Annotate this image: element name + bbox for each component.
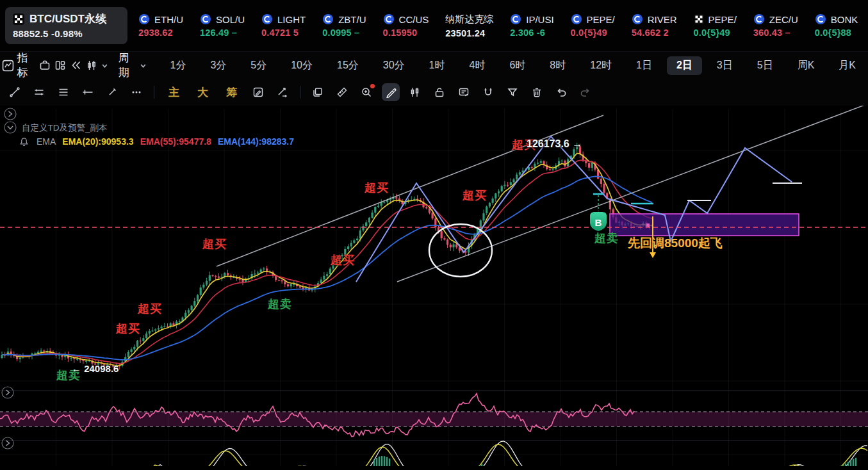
- ticker-symbol: 纳斯达克综: [445, 13, 493, 26]
- note-icon[interactable]: [455, 83, 473, 101]
- parallel-lines-tool-icon[interactable]: [30, 83, 48, 101]
- horizontal-ray-tool-icon[interactable]: [79, 83, 97, 101]
- ticker-item[interactable]: ETH/U2938.62: [130, 13, 192, 38]
- timeframe-1分[interactable]: 1分: [161, 56, 196, 75]
- timeframe-15分[interactable]: 15分: [327, 56, 368, 75]
- template-edit-icon[interactable]: [249, 83, 267, 101]
- period-label[interactable]: 周期: [119, 51, 135, 80]
- ticker-item[interactable]: PEPE/0.0{5}49: [562, 13, 623, 38]
- measure-line-icon[interactable]: [274, 83, 291, 101]
- zoom-in-icon[interactable]: [357, 83, 375, 101]
- collapse-toggle-icon[interactable]: [2, 387, 13, 398]
- ticker-item[interactable]: PEPE/0.0{5}49: [685, 14, 745, 38]
- unlock-icon[interactable]: [430, 83, 448, 101]
- chevron-down-icon[interactable]: [101, 62, 108, 69]
- ticker-symbol: ZBT/U: [338, 14, 366, 25]
- supply-zone-box[interactable]: [610, 214, 799, 236]
- rewind-icon[interactable]: [70, 56, 83, 74]
- timeframe-2日[interactable]: 2日: [667, 56, 702, 75]
- collapse-toggle-icon[interactable]: [2, 437, 13, 449]
- chevron-down-icon[interactable]: [140, 62, 147, 69]
- trading-app: BTC/USDT永续 88852.5 -0.98% ETH/U2938.62SO…: [0, 0, 868, 470]
- ticker-price: 0.15950: [383, 28, 429, 38]
- timeframe-3分[interactable]: 3分: [201, 56, 236, 75]
- filter-funnel-icon[interactable]: [504, 83, 521, 101]
- selected-symbol-name: BTC/USDT永续: [29, 12, 106, 26]
- divider: [300, 86, 300, 99]
- alert-bell-icon[interactable]: [19, 137, 29, 147]
- main-chart-button[interactable]: 主: [160, 85, 188, 100]
- ticker-item[interactable]: SOL/U126.49 –: [192, 13, 253, 38]
- candle-style-icon[interactable]: [85, 56, 99, 74]
- timeframe-12时[interactable]: 12时: [580, 56, 621, 75]
- overbought-label: 超买: [331, 252, 355, 268]
- timeframe-list: 1分3分5分10分15分30分1时4时6时8时12时1日2日3日5日周K月K: [158, 56, 868, 75]
- timeframe-4时[interactable]: 4时: [460, 56, 495, 75]
- ticker-item[interactable]: IP/USI2.306 -6: [502, 13, 562, 38]
- ticker-price: 126.49 –: [200, 28, 245, 38]
- ticker-item[interactable]: RIVER54.662 2: [623, 13, 685, 38]
- coin-logo-icon: [753, 13, 765, 25]
- timeframe-30分[interactable]: 30分: [373, 56, 414, 75]
- collapse-toggle-icon[interactable]: [4, 108, 16, 120]
- collapse-toggle-icon[interactable]: [4, 122, 16, 133]
- ticker-symbol: PEPE/: [587, 14, 615, 25]
- layout-icon[interactable]: [54, 56, 67, 74]
- ruler-icon[interactable]: [333, 83, 351, 101]
- ticker-item[interactable]: CC/US0.15950: [375, 13, 438, 38]
- timeframe-月K[interactable]: 月K: [829, 56, 865, 75]
- undo-icon[interactable]: [552, 83, 570, 101]
- ticker-item[interactable]: 纳斯达克综23501.24: [437, 13, 502, 38]
- more-tools-icon[interactable]: [127, 83, 145, 101]
- timeframe-10分[interactable]: 10分: [281, 56, 322, 75]
- ticker-symbol: LIGHT: [277, 14, 306, 25]
- oversold-label: 超卖: [594, 231, 619, 246]
- ticker-item[interactable]: LIGHT0.4721 5: [253, 13, 314, 38]
- selected-symbol-tile[interactable]: BTC/USDT永续 88852.5 -0.98%: [5, 7, 127, 44]
- ema-line: [2, 153, 652, 366]
- timeframe-8时[interactable]: 8时: [540, 56, 575, 75]
- timeframe-周K[interactable]: 周K: [788, 56, 824, 75]
- ticker-item[interactable]: ZBT/U0.0995 –: [314, 13, 374, 38]
- redo-icon[interactable]: [577, 83, 594, 101]
- timeframe-6时[interactable]: 6时: [500, 56, 535, 75]
- ticker-item[interactable]: ZEC/U360.43 –: [745, 13, 807, 38]
- overbought-label: 超买: [202, 236, 227, 252]
- indicator-title[interactable]: 自定义TD及预警_副本: [22, 122, 108, 134]
- chart-area[interactable]: B 自定义TD及预警_副本 EMA EMA(20):90953.3 EMA(55…: [0, 106, 868, 470]
- timeframe-5分[interactable]: 5分: [241, 56, 276, 75]
- brush-tool-icon[interactable]: [382, 83, 400, 101]
- drawing-toolbar: 主 大 筹: [0, 79, 868, 106]
- short-line-tool-icon[interactable]: [103, 83, 121, 101]
- overbought-label: 超买: [364, 180, 389, 195]
- ticker-symbol: SOL/U: [216, 14, 245, 25]
- chips-button[interactable]: 筹: [217, 85, 246, 100]
- trend-line-tool-icon[interactable]: [6, 83, 24, 101]
- timeframe-5日[interactable]: 5日: [748, 56, 783, 75]
- ticker-item[interactable]: BONK0.0{5}88: [807, 13, 867, 38]
- ticker-symbol: PEPE/: [708, 14, 737, 25]
- ticker-price: 54.662 2: [632, 28, 677, 38]
- ema-line: [2, 160, 652, 363]
- big-chart-button[interactable]: 大: [188, 85, 217, 100]
- trash-icon[interactable]: [528, 83, 546, 101]
- window-edge: [0, 466, 868, 470]
- annotation-note[interactable]: 先回调85000起飞: [628, 235, 723, 252]
- ticker-symbol: ZEC/U: [769, 14, 798, 25]
- chart-canvas[interactable]: B: [0, 106, 868, 470]
- timeframe-toolbar: 指标 周期 1分3分5分10分15分30分1时4时6时8时12时1日2日3日5日…: [0, 52, 868, 79]
- timeframe-3日[interactable]: 3日: [707, 56, 742, 75]
- briefcase-icon[interactable]: [38, 56, 51, 74]
- horizontal-lines-tool-icon[interactable]: [54, 83, 72, 101]
- candles: [1, 143, 653, 371]
- timeframe-1时[interactable]: 1时: [420, 56, 455, 75]
- coin-logo-icon: [138, 13, 150, 25]
- candles-tool-icon[interactable]: [406, 83, 424, 101]
- indicator-label[interactable]: 指标: [17, 51, 33, 80]
- notification-dot: [370, 84, 375, 88]
- timeframe-1日[interactable]: 1日: [626, 56, 662, 75]
- copy-drawing-icon[interactable]: [309, 83, 327, 101]
- ticker-price: 0.0{5}88: [815, 28, 858, 38]
- magnet-icon[interactable]: [479, 83, 497, 101]
- indicator-chart-icon[interactable]: [1, 56, 15, 74]
